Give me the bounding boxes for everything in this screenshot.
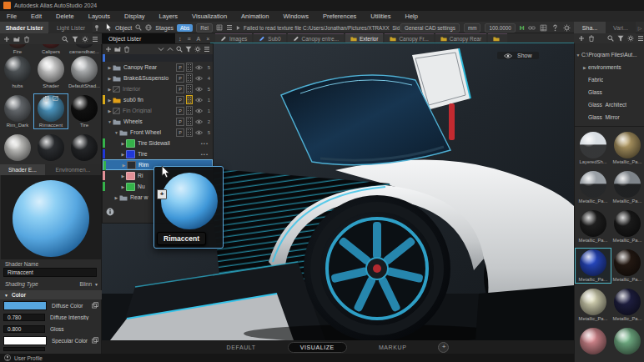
menu-item-delete[interactable]: Delete — [56, 13, 74, 20]
grid-view-icon[interactable] — [216, 24, 223, 31]
shader-name-field[interactable]: Rimaccent — [3, 268, 97, 277]
filter-icon[interactable] — [617, 35, 624, 42]
tree-row-canopy-rear[interactable]: ▶Canopy RearP5 — [103, 62, 213, 73]
list-view-icon[interactable] — [226, 24, 233, 31]
expander-arrow[interactable]: ▶ — [120, 173, 126, 178]
pattern-toggle[interactable] — [186, 128, 193, 137]
tab-variants[interactable]: Vari... — [606, 22, 636, 33]
cad-settings-dropdown[interactable]: General CAD settings — [400, 23, 460, 33]
expander-arrow[interactable]: ▶ — [107, 65, 113, 70]
tree-row-front-wheel[interactable]: ▼Front WheelP5 — [103, 127, 213, 138]
material-swatch-metallic-pa-[interactable]: Metallic_Pa... — [576, 249, 610, 282]
tab-shaders[interactable]: Sha... — [574, 22, 606, 33]
texture-map-icon[interactable] — [92, 302, 98, 309]
material-swatch-metallic-pa-[interactable]: Metallic_Pa... — [576, 289, 610, 321]
pickable-toggle[interactable]: P — [176, 118, 184, 126]
list-icon[interactable] — [92, 36, 98, 43]
color-swatch[interactable] — [3, 336, 47, 345]
menu-item-animation[interactable]: Animation — [241, 13, 269, 20]
pattern-toggle[interactable] — [186, 84, 193, 93]
lister-glyph-icon[interactable]: A — [197, 36, 201, 42]
pickable-toggle[interactable]: P — [176, 128, 184, 137]
menu-item-display[interactable]: Display — [124, 13, 145, 20]
library-folder-glass-architect[interactable]: Glass_Architect — [575, 98, 644, 111]
list-icon[interactable] — [226, 24, 233, 31]
object-mode-label[interactable]: Object — [115, 25, 132, 31]
tab-shader-lister[interactable]: Shader Lister — [0, 22, 48, 33]
visibility-eye-icon[interactable] — [195, 65, 203, 70]
search-icon[interactable] — [176, 46, 183, 53]
menu-item-preferences[interactable]: Preferences — [323, 13, 356, 20]
lister-glyph-icon[interactable]: ≡ — [188, 36, 191, 42]
stages-label[interactable]: Stages — [155, 25, 174, 31]
show-control[interactable]: Show — [497, 52, 539, 59]
abs-toggle-button[interactable]: Abs — [177, 24, 193, 32]
shading-type-value[interactable]: Blinn — [80, 281, 92, 287]
expander-arrow[interactable]: ▶ — [107, 108, 113, 113]
expander-arrow[interactable]: ▶ — [107, 98, 113, 103]
material-swatch-metallic-pa-[interactable]: Metallic_Pa... — [611, 210, 644, 243]
pin-icon[interactable] — [93, 24, 100, 31]
library-folder-fabric[interactable]: Fabric — [575, 73, 644, 86]
expander-arrow[interactable]: ▶ — [120, 152, 126, 157]
tab-environment[interactable]: Environmen... — [45, 164, 101, 175]
scale-value[interactable]: 100.0000 — [485, 23, 515, 33]
expander-arrow[interactable]: ▶ — [121, 163, 127, 168]
expander-arrow[interactable]: ▼ — [107, 119, 113, 124]
gear-icon[interactable] — [82, 36, 88, 43]
shader-swatch-camendbac-[interactable]: camendbac... — [68, 44, 100, 54]
pattern-toggle[interactable] — [186, 106, 193, 115]
search-icon[interactable] — [135, 24, 142, 31]
expander-arrow[interactable]: ▼ — [113, 130, 119, 135]
play-icon[interactable] — [236, 25, 240, 31]
tree-row-sub0-fin[interactable]: ▶sub0 finP1 — [103, 94, 213, 105]
workflow-visualize[interactable]: VISUALIZE — [288, 342, 347, 353]
lister-glyph-icon[interactable]: ↕ — [179, 36, 182, 42]
info-icon[interactable] — [106, 208, 114, 216]
expander-arrow[interactable]: ▶ — [581, 65, 588, 70]
plus-icon[interactable] — [105, 46, 112, 53]
pattern-toggle[interactable] — [186, 73, 193, 83]
plus-icon[interactable] — [3, 36, 10, 43]
tab-object-lister[interactable]: Object Lister — [102, 33, 175, 43]
lister-glyph-icon[interactable]: × — [206, 36, 209, 42]
shader-swatch-rimaccent[interactable]: Rimaccent — [35, 95, 67, 128]
color-swatch[interactable] — [3, 301, 47, 310]
more-options-dots[interactable]: ••• — [201, 141, 209, 146]
shader-swatch-unnamed-10[interactable] — [35, 134, 67, 161]
list-icon[interactable] — [637, 35, 644, 42]
grid-icon[interactable] — [540, 24, 547, 32]
expander-arrow[interactable]: ▼ — [575, 53, 581, 58]
pickable-toggle[interactable]: P — [176, 107, 184, 115]
pattern-toggle[interactable] — [186, 63, 193, 72]
folder-plus-icon[interactable] — [13, 36, 20, 43]
visibility-eye-icon[interactable] — [195, 87, 203, 92]
pickable-toggle[interactable]: P — [176, 74, 184, 83]
menu-item-edit[interactable]: Edit — [31, 13, 42, 20]
menu-item-utilities[interactable]: Utilities — [370, 13, 390, 20]
expander-arrow[interactable]: ▶ — [120, 141, 126, 146]
pickable-toggle[interactable]: P — [176, 96, 184, 104]
shader-swatch-fire[interactable]: Fire — [2, 44, 33, 54]
plus-icon[interactable] — [578, 35, 585, 42]
list-icon[interactable] — [204, 46, 210, 53]
expander-arrow[interactable]: ▶ — [113, 195, 119, 200]
material-swatch-metallic-pa-[interactable]: Metallic_Pa... — [576, 210, 610, 243]
visibility-eye-icon[interactable] — [195, 98, 203, 103]
history-badge[interactable]: H — [520, 24, 525, 32]
pattern-toggle[interactable] — [186, 117, 193, 126]
trash-icon[interactable] — [588, 35, 595, 42]
rel-toggle-button[interactable]: Rel — [196, 23, 213, 33]
workflow-markup[interactable]: MARKUP — [379, 344, 407, 350]
tree-row-tire-sidewall[interactable]: ▶Tire Sidewall••• — [103, 138, 213, 148]
library-folder-environments[interactable]: ▶environments — [575, 61, 644, 73]
material-swatch-metallic-pa-[interactable]: Metallic_Pa... — [611, 249, 644, 282]
user-icon[interactable] — [4, 354, 11, 361]
pickable-toggle[interactable]: P — [176, 85, 184, 93]
search-icon[interactable] — [607, 35, 614, 42]
link-icon[interactable] — [528, 24, 536, 32]
chev-up-icon[interactable] — [167, 46, 174, 53]
material-swatch-metallic-pa-[interactable]: Metallic_Pa... — [611, 171, 644, 204]
chev-down-icon[interactable] — [158, 46, 164, 53]
expander-arrow[interactable]: ▶ — [107, 87, 113, 92]
